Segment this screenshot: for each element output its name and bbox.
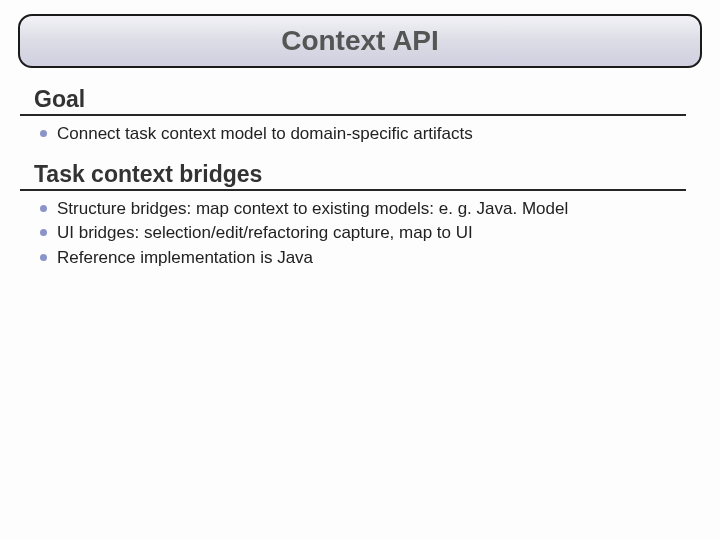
title-bar: Context API — [18, 14, 702, 68]
list-item: Reference implementation is Java — [40, 246, 686, 271]
list-item-text: Structure bridges: map context to existi… — [57, 197, 686, 222]
section-heading: Goal — [34, 86, 686, 114]
list-item: Connect task context model to domain-spe… — [40, 122, 686, 147]
slide-title: Context API — [281, 25, 439, 57]
bullet-list: Connect task context model to domain-spe… — [40, 122, 686, 147]
bullet-icon — [40, 130, 47, 137]
bullet-icon — [40, 254, 47, 261]
divider — [20, 189, 686, 191]
bullet-icon — [40, 205, 47, 212]
slide: Context API Goal Connect task context mo… — [0, 14, 720, 540]
bullet-icon — [40, 229, 47, 236]
list-item-text: UI bridges: selection/edit/refactoring c… — [57, 221, 686, 246]
list-item: Structure bridges: map context to existi… — [40, 197, 686, 222]
list-item-text: Connect task context model to domain-spe… — [57, 122, 686, 147]
section-heading: Task context bridges — [34, 161, 686, 189]
list-item-text: Reference implementation is Java — [57, 246, 686, 271]
slide-body: Goal Connect task context model to domai… — [0, 68, 720, 271]
divider — [20, 114, 686, 116]
bullet-list: Structure bridges: map context to existi… — [40, 197, 686, 271]
list-item: UI bridges: selection/edit/refactoring c… — [40, 221, 686, 246]
